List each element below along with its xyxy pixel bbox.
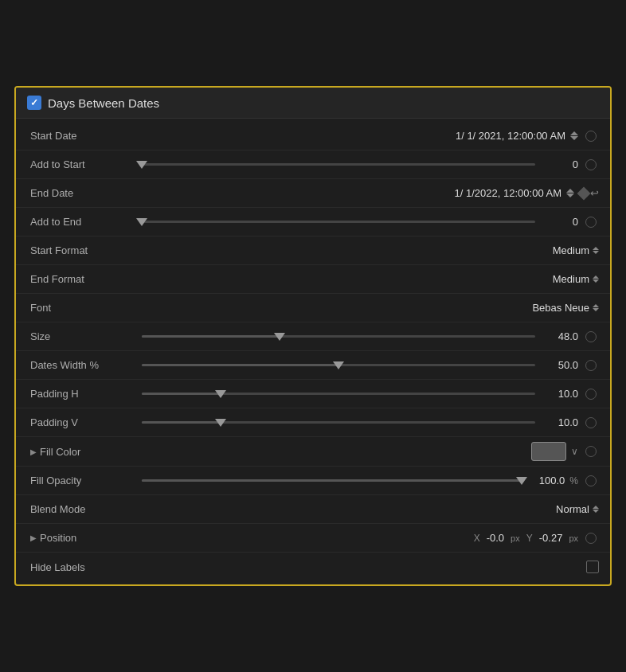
position-content: X -0.0 px Y -0.27 px <box>151 532 578 544</box>
position-group: X -0.0 px Y -0.27 px <box>151 532 578 544</box>
circle-icon <box>585 131 597 142</box>
start-date-side-icon <box>583 128 599 144</box>
position-row: ▶ Position X -0.0 px Y -0.27 px <box>16 524 610 553</box>
fill-color-chevron-icon[interactable]: ∨ <box>571 446 578 457</box>
padding-h-label: Padding H <box>30 388 142 400</box>
padding-h-value: 10.0 <box>540 388 578 400</box>
circle-icon <box>585 417 597 428</box>
panel-enable-checkbox[interactable] <box>27 96 41 110</box>
hide-labels-label: Hide Labels <box>30 561 142 573</box>
size-value: 48.0 <box>540 330 578 342</box>
fill-color-content: ∨ <box>151 442 578 461</box>
fill-color-label: Fill Color <box>40 446 151 458</box>
padding-v-label: Padding V <box>30 416 142 428</box>
circle-icon <box>585 217 597 228</box>
start-date-value[interactable]: 1/ 1/ 2021, 12:00:00 AM <box>456 130 565 142</box>
start-format-value: Medium <box>553 244 589 256</box>
diamond-icon <box>577 186 591 200</box>
font-label: Font <box>30 302 142 314</box>
position-y-unit: px <box>569 533 578 543</box>
end-format-content: Medium <box>142 273 599 285</box>
end-date-value[interactable]: 1/ 1/2022, 12:00:00 AM <box>455 187 561 199</box>
fill-color-expand-icon[interactable]: ▶ <box>30 447 37 456</box>
dates-width-content: 50.0 <box>142 359 578 371</box>
size-slider[interactable] <box>142 335 535 338</box>
panel-title: Days Between Dates <box>48 96 159 110</box>
padding-h-side-icon <box>583 386 599 402</box>
fill-opacity-unit: % <box>569 475 578 486</box>
padding-v-slider[interactable] <box>142 421 535 424</box>
add-to-start-slider[interactable] <box>142 163 535 166</box>
padding-v-content: 10.0 <box>142 416 578 428</box>
font-dropdown[interactable]: Bebas Neue <box>532 302 599 314</box>
font-content: Bebas Neue <box>142 302 599 314</box>
undo-icon[interactable]: ↩ <box>590 187 599 199</box>
font-row: Font Bebas Neue <box>16 294 610 322</box>
circle-icon <box>585 389 597 400</box>
padding-v-value: 10.0 <box>540 416 578 428</box>
fill-opacity-side-icon <box>583 473 599 489</box>
padding-h-content: 10.0 <box>142 388 578 400</box>
fill-color-row: ▶ Fill Color ∨ <box>16 437 610 467</box>
fill-opacity-label: Fill Opacity <box>30 475 142 486</box>
hide-labels-checkbox[interactable] <box>586 561 599 573</box>
blend-mode-label: Blend Mode <box>30 503 142 515</box>
start-format-content: Medium <box>142 244 599 256</box>
start-format-row: Start Format Medium <box>16 236 610 265</box>
hide-labels-row: Hide Labels <box>16 553 610 581</box>
end-date-side-icons: ↩ <box>579 187 599 199</box>
start-date-content: 1/ 1/ 2021, 12:00:00 AM <box>142 130 578 142</box>
fill-color-swatch[interactable] <box>531 442 566 461</box>
add-to-end-content: 0 <box>142 216 578 228</box>
fill-color-side-icon <box>583 443 599 459</box>
end-format-dropdown[interactable]: Medium <box>553 273 599 285</box>
size-label: Size <box>30 330 142 342</box>
size-row: Size 48.0 <box>16 322 610 351</box>
dates-width-side-icon <box>583 357 599 373</box>
circle-icon <box>585 360 597 371</box>
circle-icon <box>585 446 597 457</box>
position-y-value[interactable]: -0.27 <box>539 532 563 544</box>
end-format-arrows <box>593 275 599 283</box>
size-content: 48.0 <box>142 330 578 342</box>
fill-opacity-value: 100.0 <box>526 475 565 486</box>
padding-h-row: Padding H 10.0 <box>16 380 610 408</box>
fill-opacity-row: Fill Opacity 100.0 % <box>16 467 610 495</box>
position-y-label: Y <box>526 533 533 544</box>
blend-mode-row: Blend Mode Normal <box>16 495 610 524</box>
font-arrows <box>593 304 599 311</box>
add-to-end-slider[interactable] <box>142 221 535 223</box>
start-date-spinner[interactable] <box>570 131 578 140</box>
circle-icon <box>585 331 597 342</box>
size-side-icon <box>583 329 599 345</box>
start-format-label: Start Format <box>30 244 142 256</box>
end-format-label: End Format <box>30 273 142 285</box>
position-x-value[interactable]: -0.0 <box>487 532 504 544</box>
add-to-start-label: Add to Start <box>30 158 142 170</box>
hide-labels-content <box>142 561 599 573</box>
fill-opacity-slider[interactable] <box>142 479 522 482</box>
padding-h-slider[interactable] <box>142 393 535 395</box>
start-format-dropdown[interactable]: Medium <box>553 244 599 256</box>
end-format-value: Medium <box>553 273 589 285</box>
property-rows: Start Date 1/ 1/ 2021, 12:00:00 AM Add t… <box>16 119 610 584</box>
position-label: Position <box>40 532 151 544</box>
start-date-label: Start Date <box>30 130 142 142</box>
add-to-start-value: 0 <box>540 158 578 170</box>
end-date-spinner[interactable] <box>566 189 574 197</box>
circle-icon <box>585 475 597 486</box>
padding-v-row: Padding V 10.0 <box>16 408 610 437</box>
position-expand-icon[interactable]: ▶ <box>30 533 37 542</box>
dates-width-slider[interactable] <box>142 364 535 366</box>
end-date-content: 1/ 1/2022, 12:00:00 AM <box>142 187 574 199</box>
blend-mode-dropdown[interactable]: Normal <box>556 503 599 515</box>
add-to-end-value: 0 <box>540 216 578 228</box>
position-x-label: X <box>474 533 480 544</box>
blend-mode-content: Normal <box>142 503 599 515</box>
add-to-end-label: Add to End <box>30 216 142 228</box>
add-to-start-side-icon <box>583 157 599 173</box>
blend-mode-value: Normal <box>556 503 589 515</box>
circle-icon <box>585 159 597 170</box>
end-date-label: End Date <box>30 187 142 199</box>
dates-width-row: Dates Width % 50.0 <box>16 351 610 380</box>
